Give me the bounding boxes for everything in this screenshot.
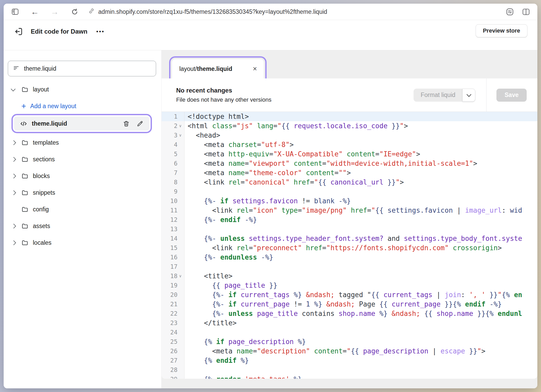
- code-line: 10 {%- if settings.favicon != blank -%}: [162, 196, 537, 206]
- folder-icon: [21, 139, 28, 146]
- exit-icon[interactable]: [14, 27, 23, 36]
- folder-icon: [21, 173, 28, 180]
- sidebar-item-sections[interactable]: sections: [8, 153, 156, 166]
- code-line: 1<!doctype html>: [162, 112, 537, 121]
- line-number-gutter: 15: [162, 243, 185, 253]
- save-button[interactable]: Save: [496, 89, 527, 102]
- line-number-gutter: 25: [162, 337, 185, 346]
- line-number-gutter: 1: [162, 112, 185, 121]
- editor-card: No recent changes File does not have any…: [162, 78, 537, 379]
- browser-window: ← → admin.shopify.com/store/rzq1xu-f5/th…: [4, 4, 537, 388]
- link-icon: [88, 8, 95, 16]
- sidebar-toggle-icon[interactable]: [10, 7, 20, 16]
- status-title: No recent changes: [176, 87, 272, 94]
- pencil-icon[interactable]: [137, 120, 144, 127]
- reload-icon[interactable]: [70, 7, 79, 16]
- add-new-layout-button[interactable]: +Add a new layout: [8, 100, 156, 112]
- url-text: admin.shopify.com/store/rzq1xu-f5/themes…: [98, 8, 327, 15]
- code-line: 12 {%- endif -%}: [162, 215, 537, 224]
- code-line: 19 {{ page_title }}: [162, 281, 537, 290]
- code-line: 13: [162, 224, 537, 234]
- sidebar-item-snippets[interactable]: snippets: [8, 186, 156, 199]
- close-icon[interactable]: ×: [252, 65, 258, 73]
- code-editor[interactable]: 1<!doctype html>2∨<html class="js" lang=…: [162, 112, 537, 379]
- code-line: 22 {%- unless page_title contains shop.n…: [162, 309, 537, 318]
- tab-label: layout/theme.liquid: [179, 65, 232, 72]
- code-line: 9: [162, 187, 537, 196]
- sidebar-item-layout[interactable]: layout: [8, 83, 156, 96]
- format-liquid-dropdown[interactable]: [462, 89, 475, 102]
- editor-header: No recent changes File does not have any…: [162, 78, 537, 112]
- code-line: 29 {% render 'meta-tags' %}: [162, 375, 537, 379]
- line-number-gutter: 20: [162, 290, 185, 299]
- code-line: 14 {%- unless settings.type_header_font.…: [162, 234, 537, 243]
- tab-strip: layout/theme.liquid ×: [162, 50, 537, 78]
- line-number-gutter: 9: [162, 187, 185, 196]
- page-settings-icon[interactable]: [505, 7, 514, 16]
- editor-main: layout/theme.liquid × No recent changes …: [162, 50, 537, 388]
- sidebar-item-locales[interactable]: locales: [8, 236, 156, 249]
- back-icon[interactable]: ←: [30, 7, 40, 16]
- code-line: 26 <meta name="description" content="{{ …: [162, 346, 537, 356]
- plus-icon: +: [21, 102, 26, 110]
- sidebar-item-templates[interactable]: templates: [8, 136, 156, 149]
- code-line: 20 {%- if current_tags %} &ndash; tagged…: [162, 290, 537, 299]
- file-search-input[interactable]: [23, 65, 151, 72]
- chevron-right-icon: [11, 240, 16, 245]
- line-number-gutter: 10: [162, 196, 185, 206]
- line-number-gutter: 7: [162, 168, 185, 177]
- code-line: 21 {%- if current_page != 1 %} &ndash; P…: [162, 299, 537, 309]
- tab-theme-liquid[interactable]: layout/theme.liquid ×: [172, 59, 264, 78]
- folder-icon: [21, 239, 28, 246]
- fold-arrow-icon[interactable]: ∨: [177, 121, 183, 131]
- more-menu-icon[interactable]: •••: [95, 27, 106, 36]
- line-number-gutter: 2∨: [162, 121, 185, 131]
- chevron-right-icon: [11, 140, 16, 145]
- split-view-icon[interactable]: [521, 7, 531, 16]
- fold-arrow-icon[interactable]: ∨: [177, 131, 183, 140]
- line-number-gutter: 14: [162, 234, 185, 243]
- line-number-gutter: 13: [162, 224, 185, 234]
- file-label: theme.liquid: [32, 120, 67, 127]
- line-number-gutter: 22: [162, 309, 185, 318]
- code-line: 5 <meta http-equiv="X-UA-Compatible" con…: [162, 149, 537, 159]
- folder-label: sections: [33, 156, 55, 163]
- format-liquid-split-button: Format liquid: [414, 89, 475, 102]
- code-line: 16 {%- endunless -%}: [162, 253, 537, 262]
- chevron-right-icon: [11, 190, 16, 195]
- code-file-icon: [20, 120, 27, 127]
- chevron-right-icon: [11, 157, 16, 162]
- code-line: 23 </title>: [162, 318, 537, 328]
- code-line: 3∨ <head>: [162, 131, 537, 140]
- folder-label: snippets: [33, 189, 55, 196]
- sidebar-item-theme-liquid[interactable]: theme.liquid: [14, 117, 149, 131]
- line-number-gutter: 8: [162, 177, 185, 187]
- page-title: Edit code for Dawn: [31, 28, 87, 35]
- sidebar-item-blocks[interactable]: blocks: [8, 170, 156, 182]
- trash-icon[interactable]: [123, 120, 130, 127]
- code-line: 17: [162, 262, 537, 271]
- folder-label: layout: [33, 86, 49, 93]
- format-liquid-button[interactable]: Format liquid: [414, 89, 462, 102]
- code-line: 4 <meta charset="utf-8">: [162, 140, 537, 149]
- line-number-gutter: 12: [162, 215, 185, 224]
- chevron-right-icon: [11, 174, 16, 178]
- header-divider: [486, 78, 487, 112]
- preview-store-button[interactable]: Preview store: [476, 24, 527, 37]
- forward-icon[interactable]: →: [50, 7, 59, 16]
- code-line: 15 <link rel="preconnect" href="https://…: [162, 243, 537, 253]
- folder-label: blocks: [33, 173, 50, 180]
- fold-arrow-icon[interactable]: ∨: [177, 271, 183, 281]
- line-number-gutter: 3∨: [162, 131, 185, 140]
- address-bar[interactable]: admin.shopify.com/store/rzq1xu-f5/themes…: [88, 8, 327, 16]
- folder-icon: [21, 206, 28, 213]
- app-header: Edit code for Dawn ••• Preview store: [4, 20, 537, 50]
- code-line: 25 {% if page_description %}: [162, 337, 537, 346]
- sidebar-item-config[interactable]: config: [8, 203, 156, 216]
- code-line: 27 {% endif %}: [162, 356, 537, 365]
- sidebar-item-assets[interactable]: assets: [8, 220, 156, 232]
- line-number-gutter: 28: [162, 365, 185, 375]
- code-line: 8 <link rel="canonical" href="{{ canonic…: [162, 177, 537, 187]
- filter-icon: [13, 65, 20, 72]
- code-line: 6 <meta name="viewport" content="width=d…: [162, 159, 537, 168]
